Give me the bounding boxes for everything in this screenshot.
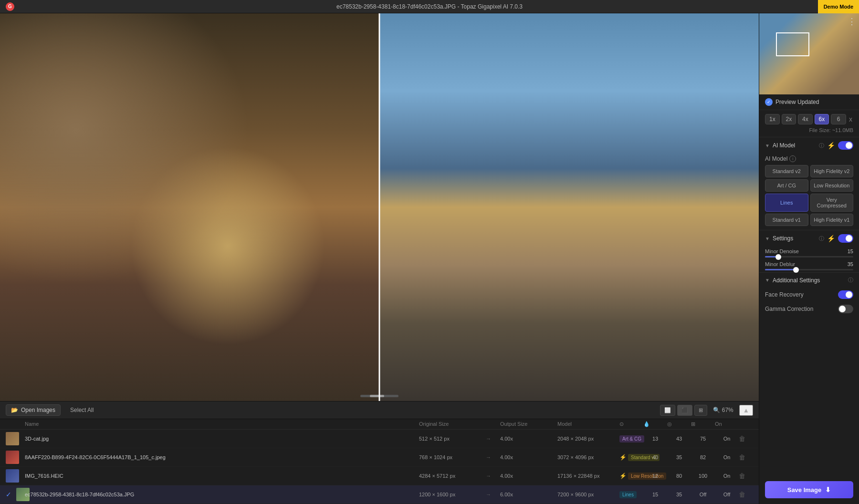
- file-thumbnail: [6, 432, 19, 445]
- original-size: 4284 × 5712 px: [419, 473, 486, 479]
- file-row[interactable]: 3D-cat.jpg 512 × 512 px → 4.00x 2048 × 2…: [0, 430, 759, 448]
- original-size: 1200 × 1600 px: [419, 492, 486, 497]
- additional-settings-info-icon: ⓘ: [848, 277, 853, 284]
- window-title: ec78532b-2958-4381-8c18-7df46c02c53a.JPG…: [336, 3, 523, 10]
- file-row[interactable]: 8AAFF220-B899-4F24-82C6-0C6F5444A17B_1_1…: [0, 448, 759, 467]
- ai-model-toggle[interactable]: [838, 141, 853, 150]
- minor-denoise-slider[interactable]: [765, 256, 853, 257]
- output-size: 17136 × 22848 px: [557, 473, 619, 479]
- settings-section: ▼ Settings ⓘ ⚡ Minor Denoise 15: [759, 230, 859, 272]
- additional-settings-title: Additional Settings: [773, 277, 845, 284]
- minor-deblur-fill: [765, 269, 796, 270]
- model-high-fidelity-v1-button[interactable]: High Fidelity v1: [810, 214, 854, 226]
- minor-denoise-label: Minor Denoise: [765, 248, 799, 254]
- gamma-correction-knob: [839, 306, 846, 312]
- additional-arrow-icon: ▼: [765, 278, 770, 283]
- more-options-button[interactable]: ⋮: [848, 16, 856, 27]
- model-lines-button[interactable]: Lines: [765, 194, 808, 212]
- face-recovery-toggle[interactable]: [838, 290, 853, 299]
- delete-button[interactable]: 🗑: [739, 453, 753, 461]
- view-grid-button[interactable]: ⊞: [694, 405, 707, 416]
- preview-updated-bar: ✓ Preview Updated: [759, 94, 859, 110]
- app-icon: G: [6, 2, 14, 11]
- model-low-resolution-button[interactable]: Low Resolution: [810, 179, 854, 192]
- settings-toggle[interactable]: [838, 234, 853, 243]
- gamma-correction-row: Gamma Correction: [759, 302, 859, 316]
- bottom-toolbar: 📂 Open Images Select All ⬜ ⬛ ⊞ 🔍 67% ▲: [0, 401, 759, 419]
- check-icon: ✓: [765, 98, 773, 106]
- minor-deblur-thumb[interactable]: [793, 267, 799, 273]
- file-size-display: File Size: ~11.0MB: [759, 126, 859, 137]
- file-row[interactable]: IMG_7616.HEIC 4284 × 5712 px → 4.00x 171…: [0, 467, 759, 485]
- file-thumbnail: [6, 451, 19, 464]
- title-bar: G ec78532b-2958-4381-8c18-7df46c02c53a.J…: [0, 0, 859, 13]
- scale-4x-button[interactable]: 4x: [798, 114, 813, 124]
- output-size: 2048 × 2048 px: [557, 436, 619, 442]
- model-art-cg-button[interactable]: Art / CG: [765, 179, 808, 192]
- output-size: 3072 × 4096 px: [557, 454, 619, 460]
- col-name: Name: [25, 421, 419, 427]
- image-processed: [379, 13, 759, 401]
- mini-thumbnail: ⋮: [759, 13, 859, 94]
- model-grid: Standard v2 High Fidelity v2 Art / CG Lo…: [759, 165, 859, 230]
- minor-deblur-slider[interactable]: [765, 269, 853, 270]
- settings-header[interactable]: ▼ Settings ⓘ ⚡: [759, 230, 859, 247]
- image-container[interactable]: [0, 13, 759, 401]
- face-recovery-label: Face Recovery: [765, 291, 804, 298]
- additional-settings-section: ▼ Additional Settings ⓘ Face Recovery Ga…: [759, 272, 859, 316]
- model-standard-v2-button[interactable]: Standard v2: [765, 165, 808, 177]
- thumbnail-viewport: [776, 32, 809, 56]
- ai-model-header[interactable]: ▼ AI Model ⓘ ⚡: [759, 137, 859, 154]
- file-row-active[interactable]: ✓ ec78532b-2958-4381-8c18-7df46c02c53a.J…: [0, 485, 759, 504]
- file-list-header: Name Original Size Output Size Model ⊙ 💧…: [0, 419, 759, 430]
- save-button-label: Save Image: [787, 486, 822, 494]
- save-image-button[interactable]: Save Image ⬇: [765, 481, 853, 498]
- ai-model-sublabel: AI Model: [765, 155, 787, 162]
- folder-icon: 📂: [11, 407, 18, 413]
- settings-lightning-icon: ⚡: [827, 235, 835, 242]
- scroll-thumb: [370, 395, 384, 397]
- minor-denoise-thumb[interactable]: [775, 254, 781, 260]
- settings-title: Settings: [773, 235, 816, 242]
- split-view: [0, 13, 759, 401]
- select-all-button[interactable]: Select All: [66, 405, 97, 415]
- delete-button[interactable]: 🗑: [739, 435, 753, 442]
- open-images-button[interactable]: 📂 Open Images: [6, 404, 61, 416]
- zoom-control: 🔍 67%: [713, 407, 733, 413]
- section-arrow-icon: ▼: [765, 143, 770, 148]
- minor-deblur-label: Minor Deblur: [765, 261, 795, 267]
- delete-button[interactable]: 🗑: [739, 491, 753, 498]
- collapse-button[interactable]: ▲: [739, 405, 753, 416]
- save-icon: ⬇: [825, 486, 831, 494]
- model-standard-v1-button[interactable]: Standard v1: [765, 214, 808, 226]
- scale-6x-button[interactable]: 6x: [815, 114, 829, 124]
- scale-x-label[interactable]: x: [848, 115, 853, 123]
- gamma-correction-toggle[interactable]: [838, 305, 853, 313]
- image-original: [0, 13, 379, 401]
- col-on: On: [715, 421, 739, 427]
- ai-model-section: ▼ AI Model ⓘ ⚡ AI Model i Standard v2 Hi…: [759, 137, 859, 230]
- scale-custom-input[interactable]: [831, 114, 846, 124]
- view-single-button[interactable]: ⬜: [660, 405, 675, 416]
- file-name: 8AAFF220-B899-4F24-82C6-0C6F5444A17B_1_1…: [25, 454, 419, 460]
- minor-denoise-row: Minor Denoise 15: [759, 247, 859, 259]
- minor-deblur-value: 35: [848, 261, 853, 267]
- original-size: 512 × 512 px: [419, 436, 486, 442]
- ai-model-title: AI Model: [773, 142, 816, 149]
- view-split-button[interactable]: ⬛: [677, 405, 692, 416]
- settings-arrow-icon: ▼: [765, 236, 770, 241]
- col-original: Original Size: [419, 421, 486, 427]
- checkmark-icon: ✓: [6, 491, 11, 498]
- info-icon[interactable]: i: [789, 155, 796, 162]
- scale-2x-button[interactable]: 2x: [782, 114, 796, 124]
- preview-area: 📂 Open Images Select All ⬜ ⬛ ⊞ 🔍 67% ▲ N…: [0, 13, 759, 504]
- lightning-icon: ⚡: [619, 454, 627, 461]
- zoom-value: 67%: [722, 407, 733, 413]
- model-high-fidelity-v2-button[interactable]: High Fidelity v2: [810, 165, 854, 177]
- split-divider[interactable]: [379, 13, 380, 401]
- additional-settings-header[interactable]: ▼ Additional Settings ⓘ: [759, 273, 859, 288]
- scale-1x-button[interactable]: 1x: [765, 114, 780, 124]
- model-very-compressed-button[interactable]: Very Compressed: [810, 194, 854, 212]
- delete-button[interactable]: 🗑: [739, 472, 753, 480]
- demo-mode-button[interactable]: Demo Mode: [818, 0, 859, 13]
